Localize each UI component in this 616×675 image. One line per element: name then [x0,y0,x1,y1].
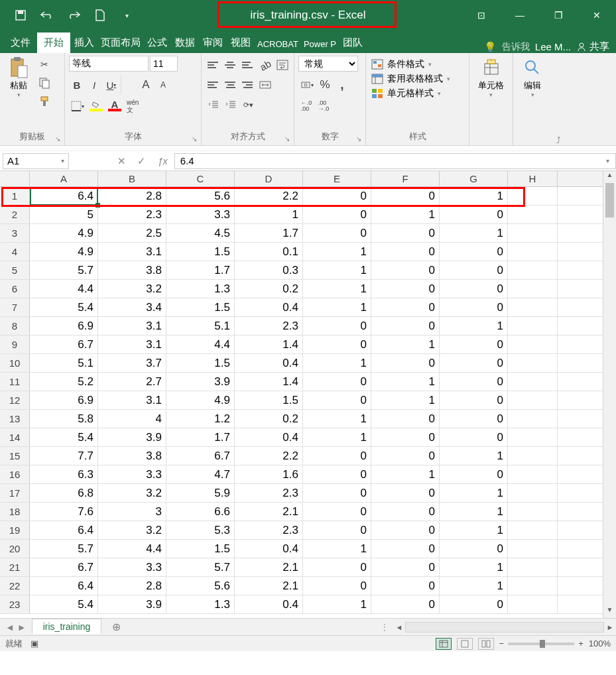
column-header-G[interactable]: G [440,171,508,186]
tab-formulas[interactable]: 公式 [143,32,171,53]
cell[interactable]: 2.8 [98,577,166,595]
cut-button[interactable]: ✂ [36,56,53,73]
cell[interactable]: 0 [440,410,508,428]
sheet-nav-next[interactable]: ► [17,622,27,633]
row-header[interactable]: 22 [0,577,30,595]
cell[interactable]: 0 [371,243,440,261]
column-header-F[interactable]: F [371,171,440,186]
zoom-slider[interactable]: − + [499,639,584,648]
cell[interactable]: 0 [371,595,440,613]
cancel-formula-button[interactable]: ✕ [111,152,131,170]
row-header[interactable]: 5 [0,261,30,279]
cell[interactable]: 1.5 [166,540,235,558]
row-header[interactable]: 10 [0,354,30,372]
cell[interactable]: 5.8 [30,410,98,428]
cell[interactable]: 3.7 [98,354,166,372]
row-header[interactable]: 20 [0,540,30,558]
cell[interactable]: 0 [303,447,371,465]
cell[interactable]: 1 [440,484,508,502]
cell[interactable]: 0 [303,577,371,595]
cell[interactable]: 1.3 [166,280,235,298]
comma-button[interactable]: , [334,76,350,94]
share-button[interactable]: 共享 [576,40,609,53]
cell[interactable]: 1 [303,540,371,558]
redo-icon[interactable] [66,8,81,23]
tab-file[interactable]: 文件 [4,32,37,53]
cell[interactable]: 0 [440,261,508,279]
cell[interactable] [508,206,558,223]
merge-center-button[interactable] [257,76,273,94]
underline-button[interactable]: U▾ [103,76,119,94]
row-header[interactable]: 23 [0,595,30,613]
cell[interactable]: 0 [371,261,440,279]
column-header-B[interactable]: B [98,171,166,186]
cell[interactable]: 3.3 [98,465,166,483]
cell[interactable]: 0 [440,243,508,261]
horizontal-scrollbar[interactable] [405,622,604,633]
format-as-table-button[interactable]: 套用表格格式▾ [371,73,450,85]
align-right-button[interactable] [240,76,256,94]
row-header[interactable]: 16 [0,465,30,483]
alignment-launcher-icon[interactable]: ↘ [284,135,290,143]
cell[interactable]: 0 [303,521,371,539]
cell[interactable]: 6.6 [166,503,235,521]
save-icon[interactable] [13,8,28,23]
cell[interactable]: 5.4 [30,595,98,613]
cell[interactable]: 0 [440,540,508,558]
cell[interactable]: 4.7 [166,465,235,483]
cell[interactable]: 0 [440,428,508,446]
cell[interactable]: 2.3 [98,206,166,223]
new-doc-icon[interactable] [93,8,107,23]
cell[interactable]: 5.6 [166,187,235,205]
cell[interactable]: 1.7 [166,428,235,446]
cell[interactable]: 2.7 [98,373,166,391]
cell[interactable]: 1 [440,317,508,335]
cell[interactable]: 1 [303,354,371,372]
cell[interactable] [508,243,558,261]
cell[interactable]: 3 [98,503,166,521]
italic-button[interactable]: I [86,76,102,94]
zoom-out-button[interactable]: − [499,639,505,648]
cell[interactable]: 0.4 [235,354,303,372]
cell[interactable]: 0 [303,317,371,335]
cell[interactable]: 2.2 [235,187,303,205]
cell[interactable]: 5.9 [166,484,235,502]
cell[interactable]: 1 [371,336,440,353]
tab-review[interactable]: 审阅 [199,32,227,53]
sheet-nav-prev[interactable]: ◄ [5,622,15,633]
fill-handle[interactable] [95,203,100,208]
row-header[interactable]: 4 [0,243,30,261]
hscroll-left[interactable]: ◄ [393,623,405,631]
cell[interactable]: 4 [98,410,166,428]
cell[interactable]: 5.7 [166,558,235,576]
cell[interactable]: 3.2 [98,484,166,502]
cell[interactable]: 0 [303,187,371,205]
cell[interactable]: 3.1 [98,391,166,409]
row-header[interactable]: 11 [0,373,30,391]
cell[interactable]: 2.1 [235,577,303,595]
cell[interactable] [508,187,558,205]
cell[interactable]: 2.3 [235,484,303,502]
cell[interactable] [508,595,558,613]
cell[interactable] [508,558,558,576]
cell[interactable]: 0 [303,224,371,242]
cell[interactable]: 5.1 [30,354,98,372]
cell[interactable]: 1.5 [235,391,303,409]
cell[interactable]: 0 [440,336,508,353]
row-header[interactable]: 6 [0,280,30,298]
cell[interactable]: 1 [440,521,508,539]
cell[interactable]: 4.9 [30,243,98,261]
cell[interactable]: 3.9 [98,428,166,446]
cell[interactable]: 4.9 [30,224,98,242]
cell[interactable] [508,521,558,539]
cell[interactable]: 6.4 [30,187,98,205]
cell[interactable]: 0 [371,298,440,316]
conditional-formatting-button[interactable]: 条件格式▾ [371,58,450,70]
cell[interactable]: 3.4 [98,298,166,316]
minimize-button[interactable]: — [501,0,539,31]
cell[interactable]: 4.4 [166,336,235,353]
cell[interactable]: 5.4 [30,428,98,446]
cell[interactable] [508,447,558,465]
cell[interactable]: 5.7 [30,540,98,558]
align-center-button[interactable] [223,76,239,94]
